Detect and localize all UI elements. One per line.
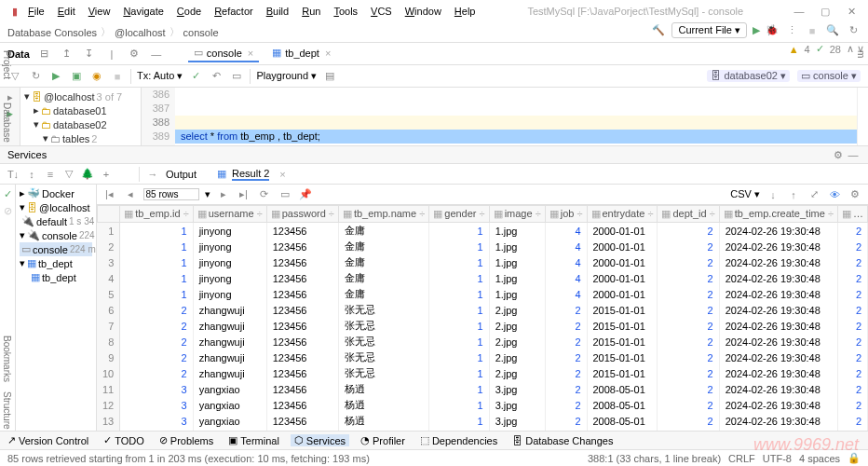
breadcrumb-item[interactable]: @localhost <box>115 27 166 38</box>
session-pill[interactable]: ▭ console ▾ <box>797 70 861 82</box>
last-page-icon[interactable]: ▸| <box>237 187 251 202</box>
table-row[interactable]: 92zhangwuji123456张无忌12.jpg22015-01-01220… <box>97 350 868 365</box>
search-icon[interactable]: 🔍 <box>825 23 840 38</box>
transpose-icon[interactable]: ⤢ <box>807 187 821 202</box>
col-header[interactable]: ▦tb_emp.create_time ÷ <box>719 206 837 223</box>
more-run-icon[interactable]: ⋮ <box>784 23 799 38</box>
add-row-icon[interactable]: ▭ <box>278 187 292 202</box>
breadcrumb-item[interactable]: Database Consoles <box>7 27 97 38</box>
debug-button[interactable]: 🐞 <box>766 24 779 36</box>
encoding[interactable]: UTF-8 <box>763 453 792 464</box>
close-icon[interactable]: × <box>248 48 253 59</box>
stop-icon[interactable]: ■ <box>805 23 820 38</box>
csv-selector[interactable]: CSV ▾ <box>730 188 760 200</box>
add-icon[interactable]: + <box>99 167 114 182</box>
collapse-icon[interactable]: ≡ <box>43 167 58 182</box>
output-tab[interactable]: Output <box>166 169 197 180</box>
view-icon[interactable]: 👁 <box>827 187 842 202</box>
ok-icon[interactable]: ✓ <box>0 186 15 201</box>
filter2-icon[interactable]: ▽ <box>61 167 76 182</box>
update-icon[interactable]: ↻ <box>846 23 861 38</box>
table-row[interactable]: 102zhangwuji123456张无忌12.jpg22015-01-0122… <box>97 365 868 381</box>
profiler-tab[interactable]: ◔ Profiler <box>357 434 409 446</box>
commit-icon[interactable]: ✓ <box>188 69 203 84</box>
table-row[interactable]: 113yangxiao123456杨逍13.jpg22008-05-012202… <box>97 381 868 397</box>
reload-icon[interactable]: ⟳ <box>257 187 272 202</box>
col-header[interactable]: ▦username ÷ <box>193 206 266 223</box>
col-header[interactable]: ▦gender ÷ <box>429 206 489 223</box>
col-header[interactable]: ▦tb_emp.id ÷ <box>120 206 193 223</box>
result-tab[interactable]: Result 2 <box>232 168 269 181</box>
menu-vcs[interactable]: VCS <box>365 4 398 19</box>
filter-icon[interactable]: T↓ <box>6 167 20 182</box>
table-row[interactable]: 133yangxiao123456杨逍13.jpg22008-05-012202… <box>97 413 868 429</box>
collapse-icon[interactable]: ⊟ <box>37 47 52 62</box>
first-page-icon[interactable]: |◂ <box>102 187 117 202</box>
execute-icon[interactable]: ▶ <box>48 69 63 84</box>
col-header[interactable]: ▦job ÷ <box>545 206 587 223</box>
table-row[interactable]: 31jinyong123456金庸11.jpg42000-01-0122024-… <box>97 254 868 270</box>
execute-plan-icon[interactable]: ▣ <box>69 69 84 84</box>
indent[interactable]: 4 spaces <box>799 453 840 464</box>
readonly-icon[interactable]: 🔒 <box>848 452 861 464</box>
side-project[interactable]: Project <box>2 50 12 79</box>
deps-tab[interactable]: ⬚ Dependencies <box>416 434 501 446</box>
maximize-button[interactable]: ▢ <box>816 6 834 18</box>
expand-up-icon[interactable]: ↥ <box>60 47 75 62</box>
table-row[interactable]: 72zhangwuji123456张无忌12.jpg22015-01-01220… <box>97 318 868 334</box>
tab-console[interactable]: ▭console× <box>188 45 259 62</box>
menu-edit[interactable]: Edit <box>52 4 81 19</box>
todo-tab[interactable]: ✓ TODO <box>100 434 148 446</box>
menu-run[interactable]: Run <box>296 4 326 19</box>
layout-icon[interactable]: ▤ <box>322 69 337 84</box>
hammer-icon[interactable]: 🔨 <box>651 23 666 38</box>
menu-tools[interactable]: Tools <box>328 4 363 19</box>
cancel-icon[interactable]: ⊘ <box>0 203 15 218</box>
caret-pos[interactable]: 388:1 (33 chars, 1 line break) <box>588 453 721 464</box>
table-row[interactable]: 62zhangwuji123456张无忌12.jpg22015-01-01220… <box>97 302 868 318</box>
menu-navigate[interactable]: Navigate <box>117 4 169 19</box>
menu-build[interactable]: Build <box>261 4 294 19</box>
expand-down-icon[interactable]: ↧ <box>82 47 97 62</box>
rollback-icon[interactable]: ↶ <box>209 69 224 84</box>
menu-window[interactable]: Window <box>400 4 447 19</box>
isolate-icon[interactable]: ▭ <box>229 69 244 84</box>
result-grid[interactable]: ▦tb_emp.id ÷▦username ÷▦password ÷▦tb_em… <box>97 205 869 442</box>
playground-selector[interactable]: Playground ▾ <box>256 70 317 82</box>
hide-icon[interactable]: — <box>846 147 861 162</box>
col-header[interactable]: ▦tb_emp.name ÷ <box>338 206 428 223</box>
col-header[interactable]: ▦image ÷ <box>489 206 545 223</box>
col-header[interactable]: ▦password ÷ <box>266 206 338 223</box>
menu-file[interactable]: File <box>22 4 50 19</box>
table-row[interactable]: 21jinyong123456金庸11.jpg42000-01-0122024-… <box>97 239 868 254</box>
col-header[interactable]: ▦dept_id ÷ <box>658 206 719 223</box>
close-icon[interactable]: × <box>325 48 331 59</box>
table-row[interactable]: 11jinyong123456金庸11.jpg42000-01-0122024-… <box>97 223 868 240</box>
refresh-icon[interactable]: ↻ <box>28 69 43 84</box>
pin-icon[interactable]: 📌 <box>298 187 313 202</box>
settings-icon[interactable]: ⚙ <box>848 187 862 202</box>
side-structure[interactable]: Structure <box>2 391 12 430</box>
export-icon[interactable]: ↓ <box>766 187 780 202</box>
explain-icon[interactable]: ◉ <box>89 69 104 84</box>
line-sep[interactable]: CRLF <box>728 453 755 464</box>
close-icon[interactable]: × <box>275 167 290 182</box>
terminal-tab[interactable]: ▣ Terminal <box>224 434 283 446</box>
breadcrumb-item[interactable]: console <box>183 27 219 38</box>
menu-help[interactable]: Help <box>449 4 481 19</box>
table-row[interactable]: 82zhangwuji123456张无忌12.jpg22015-01-01220… <box>97 334 868 350</box>
stop-query-icon[interactable]: ■ <box>110 69 125 84</box>
rows-input[interactable] <box>143 188 199 200</box>
hide-icon[interactable]: — <box>149 47 164 62</box>
sql-editor[interactable]: 386387388389 select * from tb_emp , tb_d… <box>142 88 857 145</box>
import-icon[interactable]: ↑ <box>786 187 801 202</box>
side-maven[interactable]: m <box>856 50 866 58</box>
vcs-tab[interactable]: ↗ Version Control <box>4 434 92 446</box>
gear-icon[interactable]: ⚙ <box>127 47 142 62</box>
next-page-icon[interactable]: ▸ <box>216 187 231 202</box>
tab-tbdept[interactable]: ▦tb_dept× <box>266 45 336 62</box>
minimize-button[interactable]: — <box>790 6 808 18</box>
close-button[interactable]: ✕ <box>842 6 861 18</box>
gear-icon[interactable]: ⚙ <box>831 147 846 162</box>
menu-code[interactable]: Code <box>171 4 207 19</box>
